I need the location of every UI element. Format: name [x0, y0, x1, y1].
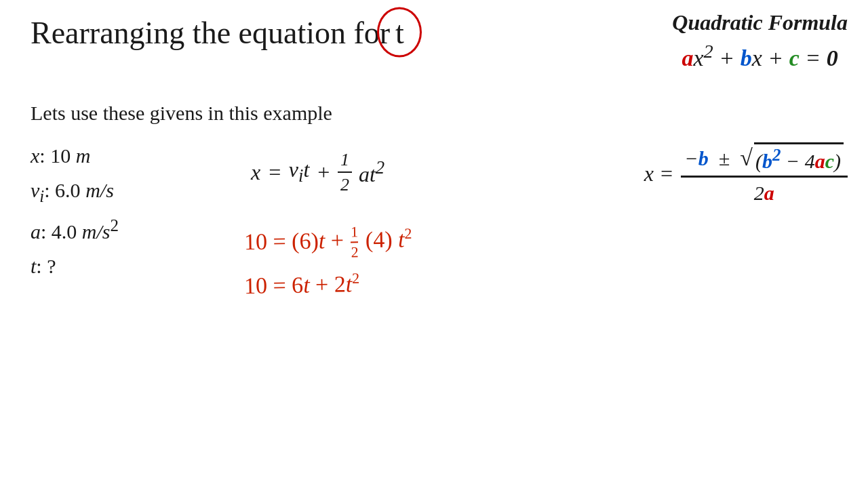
eq-at2: at2: [359, 157, 384, 187]
eq-vit: vit: [289, 157, 310, 186]
solution-fraction: −b ± √ (b2 − 4ac) 2a: [681, 142, 848, 205]
eq-plus: +: [316, 160, 331, 185]
x-equals: x =: [644, 161, 674, 186]
title-variable: t: [395, 15, 404, 51]
quadratic-formula-title: Quadratic Formula: [672, 10, 848, 35]
example-intro: Lets use these givens in this example: [31, 102, 332, 125]
solution-numerator: −b ± √ (b2 − 4ac): [681, 142, 848, 178]
eq-equals: =: [267, 160, 282, 185]
sqrt-content: (b2 − 4ac): [754, 142, 844, 173]
sqrt-symbol: √: [740, 146, 753, 169]
eq-x: x: [251, 160, 260, 185]
main-equation: x = vit + 1 2 at2: [251, 149, 384, 195]
title-area: Rearranging the equation for t: [31, 15, 404, 51]
eq-half-fraction: 1 2: [338, 149, 352, 195]
quadratic-formula-box: Quadratic Formula ax2 + bx + c = 0: [672, 10, 848, 71]
sqrt-expression: √ (b2 − 4ac): [740, 142, 844, 173]
coeff-a: a: [682, 45, 693, 70]
eq-fraction-numerator: 1: [338, 149, 352, 173]
handwritten-equations: 10 = (6)t + 1 2 (4) t2 10 = 6t + 2t2: [244, 224, 412, 298]
quadratic-solution-formula: x = −b ± √ (b2 − 4ac) 2a: [644, 142, 848, 205]
handwritten-line2: 10 = 6t + 2t2: [244, 270, 412, 299]
hw-half-frac: 1 2: [351, 223, 359, 262]
quadratic-standard-form: ax2 + bx + c = 0: [672, 41, 848, 71]
quadratic-solution-box: x = −b ± √ (b2 − 4ac) 2a: [644, 142, 848, 205]
coeff-c: c: [789, 45, 800, 70]
coeff-b: b: [741, 45, 752, 70]
title-prefix: Rearranging the equation for: [31, 15, 390, 51]
handwritten-line1: 10 = (6)t + 1 2 (4) t2: [244, 222, 413, 264]
main-equation-area: x = vit + 1 2 at2: [251, 149, 384, 209]
solution-denominator: 2a: [750, 179, 778, 205]
eq-fraction-denominator: 2: [338, 173, 352, 195]
